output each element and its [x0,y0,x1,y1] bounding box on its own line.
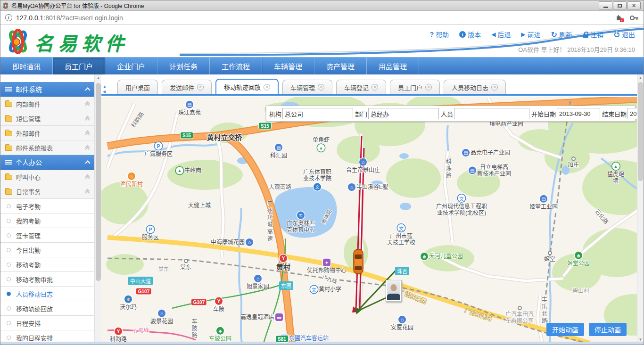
close-tab-icon[interactable] [372,84,378,90]
url-text[interactable]: 127.0.0.1:8018/?act=userLogin.login [16,14,615,22]
sidebar-item[interactable]: 签卡管理 [0,228,94,243]
sidebar-item[interactable]: 移动考勤 [0,257,94,272]
close-tab-icon[interactable] [264,84,270,90]
key-icon[interactable] [629,15,639,21]
road-shield: G107 [191,299,206,305]
site-info-icon[interactable]: i [5,14,12,21]
tab[interactable]: 车辆登记 [336,80,386,94]
mountain-icon [176,167,183,174]
car-marker[interactable] [352,248,364,277]
nav-item[interactable]: 用品管理 [367,58,419,74]
sidebar-item-icon [7,306,11,311]
exit-icon [614,32,620,38]
address-bar[interactable]: i 127.0.0.1:8018/?act=userLogin.login × [0,11,644,25]
house-icon [246,238,253,246]
chevron-up-icon [85,101,90,107]
tab[interactable]: 员工门户 [390,80,440,94]
map-label: 车陂 [213,297,224,312]
tab[interactable]: 车辆管理 [282,80,332,94]
sidebar-item[interactable]: 内部邮件 [0,97,94,111]
scroll-up-icon[interactable]: ▲ [637,74,644,81]
sidebar-item[interactable]: 我的日程安排 [0,330,94,343]
sidebar-item[interactable]: 人员移动日志 [0,287,94,301]
animation-button[interactable]: 开始动画 [546,323,584,336]
map-area[interactable]: 珠江嘉苑 科韵路 黄村立交桥 广氮服务区 牛岭岗 [101,97,637,343]
chevron-up-icon [85,189,90,194]
sidebar-item[interactable]: 个人办公 [0,155,94,170]
building-icon [275,144,282,151]
sidebar-item-icon [5,159,12,165]
query-input[interactable] [282,108,353,119]
map-label: 广州环城高速 [266,200,272,243]
map-label: 品尭电子产业园 [462,149,510,156]
animation-button[interactable]: 停止动画 [589,323,627,336]
main-panel: ▲◀ 用户桌面 发送邮件 移动轨迹回放 车辆管理 车辆登记 [101,74,637,343]
close-tab-icon[interactable] [197,84,204,90]
nav-item[interactable]: 员工门户 [53,58,105,74]
school-icon [458,195,465,202]
forward-icon [521,31,525,38]
nav-item[interactable]: 企业门户 [105,58,157,74]
tab[interactable]: 用户桌面 [117,80,158,94]
sidebar-item[interactable]: 日程安排 [0,316,94,330]
close-tab-icon[interactable] [491,84,498,90]
place-tag: 东圃 [279,281,293,290]
sidebar-item[interactable]: 今日出勤 [0,243,94,257]
close-tab-icon[interactable] [318,84,324,90]
tab-scroll-arrows[interactable]: ▲◀ [103,85,107,94]
query-field: 开始日期 [531,108,600,119]
map-label: 棠东 [158,266,169,272]
header-link[interactable]: 前进 [521,30,540,39]
chevron-up-icon [85,174,90,180]
nav-item[interactable]: 计划任务 [157,58,210,74]
sidebar-item[interactable]: 移动轨迹回放 [0,301,94,316]
header-link[interactable]: 版本 [459,30,481,39]
house-icon [359,158,367,166]
minimize-button[interactable] [599,1,612,9]
person-marker[interactable] [386,280,402,302]
page-scroll-thumb[interactable] [638,82,643,181]
map-label: 半山溪谷E墅 [348,183,388,191]
header-link[interactable]: 帮助 [430,30,449,39]
tab[interactable]: 人员移动日志 [444,80,506,94]
sidebar-item[interactable]: 短信管理 [0,111,94,126]
tab[interactable]: 移动轨迹回放 [215,79,279,94]
sidebar-item[interactable]: 邮件系统报表 [0,140,94,155]
nav-item[interactable]: 即时通讯 [0,58,53,74]
sidebar-item-icon [7,336,11,340]
map-label: 科汇园 [270,144,287,159]
sidebar-item[interactable]: 呼叫中心 [0,170,94,184]
header-link[interactable]: 后退 [491,30,511,39]
extension-icon[interactable]: × [615,14,624,22]
nav-item[interactable]: 资产管理 [314,58,367,74]
nav-item[interactable]: 车辆管理 [262,58,314,74]
sidebar-scrollbar[interactable]: ▲ [95,74,101,343]
scroll-up-icon[interactable]: ▲ [95,74,101,81]
sidebar-item[interactable]: 日常事务 [0,184,94,199]
query-input[interactable] [557,108,600,119]
header-links: 帮助版本后退前进刷新注销退出 [430,30,635,39]
sidebar-item[interactable]: 电子考勤 [0,199,94,214]
header-link[interactable]: 刷新 [551,30,572,39]
map-label: 姬堂公园 [567,252,590,267]
sidebar-item[interactable]: 我的考勤 [0,214,94,228]
query-input[interactable] [627,108,637,119]
query-input[interactable] [368,108,439,119]
header-link[interactable]: 退出 [614,30,635,39]
query-field: 人员 [441,108,529,119]
map-label: 姬堂工业园 [529,195,558,210]
sidebar-item[interactable]: 外部邮件 [0,126,94,140]
maximize-button[interactable] [613,1,627,9]
map-label: 广氮服务区 [144,142,173,157]
sidebar-item[interactable]: 邮件系统 [0,82,94,97]
nav-item[interactable]: 工作流程 [210,58,262,74]
sidebar-scroll-thumb[interactable] [96,83,101,281]
sidebar-item-icon [5,131,12,136]
tab[interactable]: 发送邮件 [162,80,212,94]
header-link[interactable]: 注销 [583,30,603,39]
query-input[interactable] [454,108,529,119]
page-scrollbar[interactable]: ▲ ▼ [637,74,644,343]
close-tab-icon[interactable] [425,84,432,90]
close-button[interactable]: × [627,1,641,9]
sidebar-item[interactable]: 移动考勤审批 [0,272,94,287]
